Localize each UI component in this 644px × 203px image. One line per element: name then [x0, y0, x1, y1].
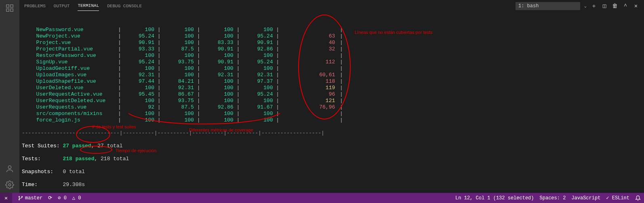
coverage-row: ProjectPartial.vue|93.33 |87.5 |90.91 |9…	[22, 46, 642, 52]
warnings-count[interactable]: △ 0	[72, 195, 81, 201]
coverage-row: Project.vue|90.91 |100 |83.33 |90.91 |40…	[22, 40, 642, 46]
indentation[interactable]: Spaces: 2	[540, 195, 566, 201]
status-bar: master ⟳ ⊘ 0 △ 0 Ln 12, Col 1 (132 selec…	[0, 193, 644, 203]
coverage-row: NewProject.vue|95.24 |100 |100 |95.24 |6…	[22, 33, 642, 40]
svg-rect-0	[6, 5, 9, 7]
extensions-icon[interactable]	[5, 3, 15, 13]
svg-point-6	[19, 196, 19, 197]
svg-point-4	[8, 166, 11, 169]
coverage-row: src/components/mixins|100 |100 |100 |100…	[22, 111, 642, 117]
tab-terminal[interactable]: TERMINAL	[78, 1, 99, 11]
svg-rect-1	[11, 5, 13, 7]
chevron-down-icon[interactable]: ⌄	[584, 4, 587, 8]
maximize-panel-icon[interactable]: ^	[622, 3, 629, 9]
git-branch[interactable]: master	[18, 195, 42, 201]
coverage-row: UserRequests.vue|92 |87.5 |92.86 |91.67 …	[22, 104, 642, 111]
coverage-row: SignUp.vue|95.24 |93.75 |90.91 |95.24 |1…	[22, 59, 642, 65]
tab-debug-console[interactable]: DEBUG CONSOLE	[107, 1, 142, 11]
split-terminal-icon[interactable]: ◫	[601, 3, 608, 9]
panel-tabs: PROBLEMS OUTPUT TERMINAL DEBUG CONSOLE 1…	[19, 0, 644, 12]
time-line: Time: 29.308s	[22, 182, 642, 188]
new-terminal-icon[interactable]: ＋	[591, 3, 597, 9]
activity-bar: 1	[0, 0, 19, 193]
close-panel-icon[interactable]: ✕	[633, 3, 639, 9]
coverage-row: UserDeleted.vue|100 |92.31 |100 |100 |11…	[22, 85, 642, 91]
tab-problems[interactable]: PROBLEMS	[24, 1, 46, 11]
svg-rect-3	[11, 9, 13, 11]
coverage-row: UploadShapefile.vue|97.44 |84.21 |100 |9…	[22, 78, 642, 85]
cursor-position[interactable]: Ln 12, Col 1 (132 selected)	[455, 195, 534, 201]
account-icon[interactable]	[5, 164, 15, 174]
coverage-row: NewPassword.vue|100 |100 |100 |100 | |	[22, 27, 642, 33]
tests-line: Tests: 218 passed, 218 total	[22, 156, 642, 162]
coverage-row: RestorePassword.vue|100 |100 |100 |100 |…	[22, 52, 642, 59]
sync-button[interactable]: ⟳	[48, 195, 52, 201]
remote-button[interactable]	[0, 193, 12, 203]
svg-point-8	[21, 196, 22, 197]
language-mode[interactable]: JavaScript	[571, 195, 600, 201]
annotation-tests-count: # de tests y test suites	[92, 123, 136, 130]
notifications-icon[interactable]	[635, 195, 641, 201]
kill-terminal-icon[interactable]: 🗑	[612, 3, 618, 9]
svg-rect-2	[6, 9, 9, 11]
coverage-divider: -------------------------------|--------…	[22, 130, 642, 136]
eslint-status[interactable]: ✓ ESLint	[606, 195, 629, 201]
coverage-row: UploadGeotiff.vue|100 |100 |100 |100 | |	[22, 65, 642, 72]
tab-output[interactable]: OUTPUT	[54, 1, 70, 11]
test-suites-line: Test Suites: 27 passed, 27 total	[22, 143, 642, 149]
settings-icon[interactable]	[5, 180, 15, 190]
svg-point-7	[19, 199, 19, 200]
coverage-row: UploadImages.vue|92.31 |100 |92.31 |92.3…	[22, 72, 642, 78]
coverage-row: UserRequestDeleted.vue|100 |93.75 |100 |…	[22, 98, 642, 104]
terminal-selector[interactable]: 1: bash	[516, 2, 580, 10]
terminal-output[interactable]: NewPassword.vue|100 |100 |100 |100 | | N…	[19, 12, 644, 193]
errors-count[interactable]: ⊘ 0	[58, 195, 67, 201]
coverage-row: UserRequestActive.vue|95.45 |86.67 |100 …	[22, 91, 642, 98]
svg-point-5	[8, 184, 11, 186]
coverage-row: force_login.js|100 |100 |100 |100 | |	[22, 117, 642, 123]
snapshots-line: Snapshots: 0 total	[22, 169, 642, 175]
